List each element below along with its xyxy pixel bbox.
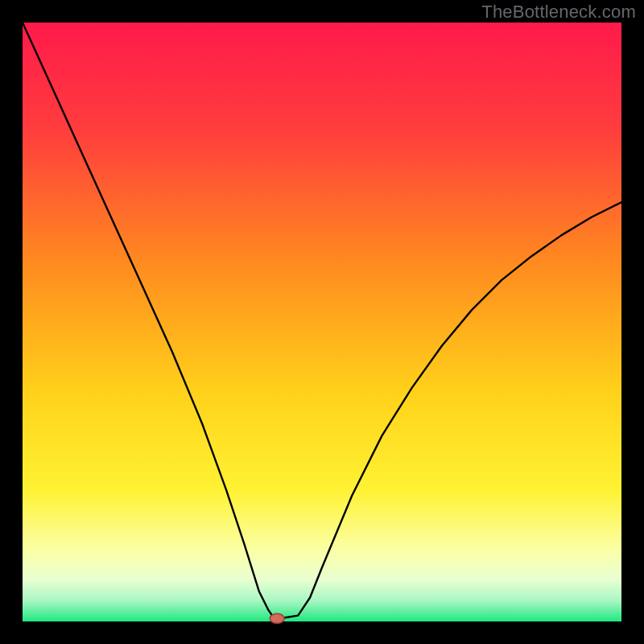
chart-container: TheBottleneck.com [0,0,644,644]
optimal-marker [270,613,284,623]
plot-background [23,23,621,621]
bottleneck-chart [0,0,644,644]
